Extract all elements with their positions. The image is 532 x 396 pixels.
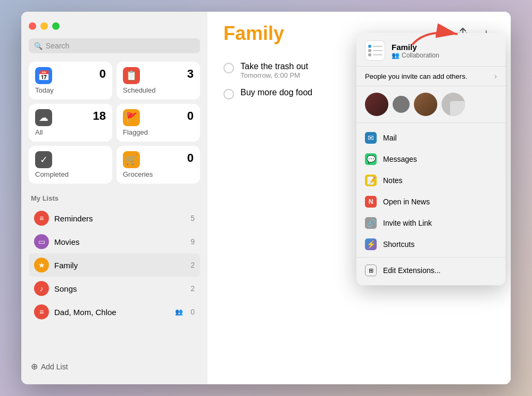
search-icon: 🔍 — [34, 42, 43, 50]
list-item-songs[interactable]: ♪ Songs 2 — [29, 277, 200, 300]
share-link[interactable]: 🔗 Invite with Link — [356, 212, 505, 234]
link-label: Invite with Link — [383, 219, 432, 227]
task-info-1: Take the trash out Tomorrow, 6:00 PM — [240, 62, 308, 79]
add-list-label: Add List — [41, 362, 68, 371]
popup-list-icon — [365, 40, 385, 61]
extensions-label: Edit Extensions... — [383, 266, 440, 275]
list-item-reminders[interactable]: ≡ Reminders 5 — [29, 207, 200, 230]
close-button[interactable] — [29, 22, 36, 30]
popup-invite-row[interactable]: People you invite can add others. › — [356, 67, 505, 86]
smart-card-groceries[interactable]: 🛒 0 Groceries — [117, 146, 200, 184]
groceries-icon: 🛒 — [123, 151, 140, 168]
share-notes[interactable]: 📝 Notes — [356, 170, 505, 191]
traffic-lights — [29, 20, 200, 30]
main-content: Family + — [207, 12, 511, 384]
sidebar: 🔍 Search 📅 0 Today 📋 3 Scheduled — [21, 12, 207, 384]
scheduled-label: Scheduled — [123, 86, 194, 94]
all-label: All — [35, 128, 106, 136]
list-item-family[interactable]: ★ Family 2 — [29, 253, 200, 277]
list-item-movies[interactable]: ▭ Movies 9 — [29, 230, 200, 253]
today-icon: 📅 — [35, 67, 52, 84]
movies-list-icon: ▭ — [34, 234, 49, 249]
mail-label: Mail — [383, 134, 397, 142]
today-count: 0 — [99, 67, 106, 81]
mail-icon: ✉ — [365, 132, 377, 144]
reminders-list-count: 5 — [190, 214, 195, 222]
completed-icon: ✓ — [35, 151, 52, 168]
edit-extensions[interactable]: ⊞ Edit Extensions... — [356, 260, 505, 281]
popup-divider — [356, 257, 505, 258]
smart-lists-grid: 📅 0 Today 📋 3 Scheduled ☁ 18 All — [29, 62, 200, 184]
family-list-name: Family — [54, 261, 185, 270]
chevron-right-icon: › — [494, 72, 497, 80]
avatar-1[interactable] — [365, 93, 388, 116]
smart-card-flagged[interactable]: 🚩 0 Flagged — [117, 104, 200, 142]
dad-list-count: 0 — [190, 308, 195, 316]
dad-list-name: Dad, Mom, Chloe — [54, 308, 170, 317]
extensions-icon: ⊞ — [365, 265, 377, 276]
movies-list-count: 9 — [190, 237, 195, 246]
minimize-button[interactable] — [40, 22, 48, 30]
popup-avatars — [356, 86, 505, 123]
avatar-2[interactable] — [393, 96, 410, 113]
messages-icon: 💬 — [365, 153, 377, 165]
task-name-2: Buy more dog food — [240, 88, 312, 97]
scheduled-count: 3 — [187, 67, 194, 81]
reminders-list-icon: ≡ — [34, 211, 49, 226]
list-item-dad[interactable]: ≡ Dad, Mom, Chloe 👥 0 — [29, 300, 200, 324]
groceries-label: Groceries — [123, 170, 194, 178]
family-list-icon: ★ — [34, 258, 49, 273]
messages-label: Messages — [383, 155, 417, 163]
avatar-4[interactable] — [442, 93, 465, 116]
collab-icon: 👥 — [175, 308, 183, 316]
all-count: 18 — [93, 109, 106, 123]
smart-card-today[interactable]: 📅 0 Today — [29, 62, 112, 100]
family-list-count: 2 — [190, 261, 195, 269]
notes-label: Notes — [383, 176, 403, 185]
groceries-count: 0 — [187, 151, 194, 165]
shortcuts-label: Shortcuts — [383, 240, 414, 249]
notes-icon: 📝 — [365, 175, 377, 186]
news-icon: N — [365, 196, 377, 208]
avatar-3[interactable] — [414, 93, 437, 116]
collab-people-icon: 👥 — [392, 52, 400, 59]
news-label: Open in News — [383, 197, 430, 206]
add-list-button[interactable]: ⊕ Add List — [29, 357, 200, 376]
smart-card-all[interactable]: ☁ 18 All — [29, 104, 112, 142]
share-popup: Family 👥 Collaboration People you invite… — [356, 33, 505, 285]
scheduled-icon: 📋 — [123, 67, 140, 84]
link-icon: 🔗 — [365, 217, 377, 229]
task-checkbox-1[interactable] — [223, 63, 234, 73]
movies-list-name: Movies — [54, 237, 185, 246]
search-bar[interactable]: 🔍 Search — [29, 38, 200, 53]
share-shortcuts[interactable]: ⚡ Shortcuts — [356, 234, 505, 255]
dad-list-icon: ≡ — [34, 304, 49, 319]
popup-invite-text: People you invite can add others. — [365, 72, 467, 80]
shortcuts-icon: ⚡ — [365, 238, 377, 250]
today-label: Today — [35, 86, 106, 94]
smart-card-completed[interactable]: ✓ Completed — [29, 146, 112, 184]
all-icon: ☁ — [35, 109, 52, 126]
red-arrow — [410, 23, 468, 52]
flagged-count: 0 — [187, 109, 194, 123]
fullscreen-button[interactable] — [52, 22, 60, 30]
completed-label: Completed — [35, 170, 106, 178]
list-title: Family — [223, 22, 284, 45]
task-checkbox-2[interactable] — [223, 89, 234, 100]
app-window: 🔍 Search 📅 0 Today 📋 3 Scheduled — [21, 12, 511, 384]
task-name-1: Take the trash out — [240, 62, 308, 71]
search-placeholder: Search — [46, 42, 69, 50]
my-lists-header: My Lists — [29, 194, 200, 202]
task-due-1: Tomorrow, 6:00 PM — [240, 71, 308, 79]
smart-card-scheduled[interactable]: 📋 3 Scheduled — [117, 62, 200, 100]
share-news[interactable]: N Open in News — [356, 191, 505, 212]
popup-apps: ✉ Mail 💬 Messages 📝 Notes N Open in News… — [356, 123, 505, 285]
songs-list-name: Songs — [54, 284, 185, 293]
popup-subtitle: 👥 Collaboration — [392, 52, 439, 59]
songs-list-icon: ♪ — [34, 281, 49, 296]
share-mail[interactable]: ✉ Mail — [356, 127, 505, 148]
add-list-icon: ⊕ — [31, 361, 38, 372]
share-messages[interactable]: 💬 Messages — [356, 148, 505, 170]
flagged-icon: 🚩 — [123, 109, 140, 126]
task-info-2: Buy more dog food — [240, 88, 312, 97]
